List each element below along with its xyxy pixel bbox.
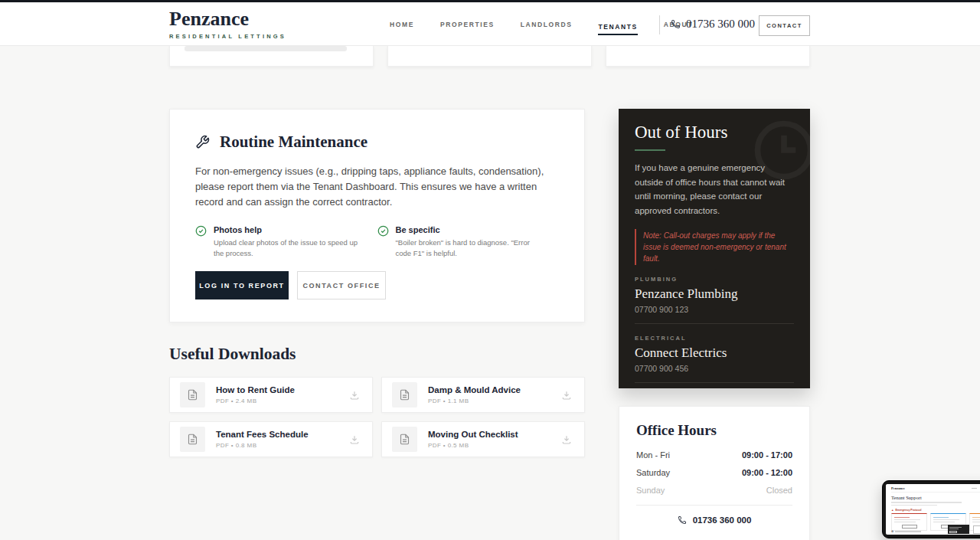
downloads-grid: How to Rent Guide PDF • 2.4 MB Damp & Mo…: [169, 377, 585, 457]
tip-title: Photos help: [214, 225, 363, 234]
header-phone-link[interactable]: 01736 360 000: [671, 2, 755, 46]
check-circle-icon: [377, 225, 389, 237]
contractor-divider: [635, 382, 794, 383]
nav-item-properties[interactable]: PROPERTIES: [440, 16, 495, 33]
out-of-hours-panel: Out of Hours If you have a genuine emerg…: [619, 109, 810, 388]
mini-cookie-banner: [948, 525, 969, 534]
nav-item-landlords[interactable]: LANDLORDS: [521, 16, 573, 33]
cutoff-card-3: [606, 45, 810, 67]
download-card-how-to-rent[interactable]: How to Rent Guide PDF • 2.4 MB: [169, 377, 373, 413]
download-name: Moving Out Checklist: [428, 430, 518, 439]
document-icon: [180, 382, 205, 407]
contractor-divider: [635, 323, 794, 324]
out-of-hours-title: Out of Hours: [635, 123, 794, 142]
contractor-phone: 07700 900 123: [635, 305, 794, 314]
mini-page-title: Tenant Support: [891, 495, 980, 500]
tip-title: Be specific: [396, 225, 545, 234]
download-card-tenant-fees[interactable]: Tenant Fees Schedule PDF • 0.8 MB: [169, 421, 373, 457]
brand-tagline: RESIDENTIAL LETTINGS: [169, 33, 286, 40]
routine-maintenance-title: Routine Maintenance: [220, 133, 368, 152]
contractor-category: ELECTRICAL: [635, 335, 794, 342]
document-icon: [392, 382, 417, 407]
title-underline-accent: [635, 149, 665, 151]
contractor-category: PLUMBING: [635, 276, 794, 283]
tip-photos-help: Photos help Upload clear photos of the i…: [195, 225, 377, 259]
check-circle-icon: [195, 225, 207, 237]
mini-text-line: [891, 505, 937, 506]
wrench-icon: [195, 135, 210, 149]
mini-brand-name: Penzance: [891, 486, 905, 490]
useful-downloads-title: Useful Downloads: [169, 345, 296, 364]
office-time: 09:00 - 12:00: [742, 468, 792, 477]
contractor-plumbing: PLUMBING Penzance Plumbing 07700 900 123: [635, 276, 794, 324]
mini-site-header: Penzance: [891, 486, 980, 493]
download-icon[interactable]: [561, 390, 572, 401]
download-name: Damp & Mould Advice: [428, 385, 521, 394]
document-icon: [392, 427, 417, 452]
header-phone-number: 01736 360 000: [686, 18, 755, 31]
page-top-strip: [0, 0, 980, 2]
callout-charges-note: Note: Call-out charges may apply if the …: [635, 229, 794, 265]
office-time: Closed: [766, 486, 792, 495]
mini-card-red: [891, 513, 927, 531]
contact-button[interactable]: CONTACT: [759, 15, 810, 36]
brand-logo[interactable]: Penzance RESIDENTIAL LETTINGS: [169, 8, 286, 40]
contact-office-button[interactable]: CONTACT OFFICE: [297, 271, 386, 299]
phone-icon: [678, 515, 687, 525]
download-meta: PDF • 2.4 MB: [216, 398, 295, 404]
download-icon[interactable]: [349, 434, 360, 445]
brand-name: Penzance: [169, 8, 286, 31]
maintenance-tips: Photos help Upload clear photos of the i…: [195, 225, 559, 259]
routine-maintenance-card: Routine Maintenance For non-emergency is…: [169, 109, 585, 322]
contractor-phone: 07700 900 456: [635, 364, 794, 373]
tip-be-specific: Be specific "Boiler broken" is hard to d…: [377, 225, 560, 259]
site-header: Penzance RESIDENTIAL LETTINGS HOME PROPE…: [0, 2, 980, 46]
mini-section-label: ▲ Emergency Protocol: [891, 509, 980, 512]
office-day: Sunday: [636, 486, 665, 495]
office-hours-title: Office Hours: [636, 422, 792, 439]
office-divider: [636, 505, 792, 506]
document-icon: [180, 427, 205, 452]
mini-section-text: Emergency Protocol: [895, 509, 921, 512]
mini-text-line: [891, 502, 962, 503]
download-card-damp-mould[interactable]: Damp & Mould Advice PDF • 1.1 MB: [381, 377, 585, 413]
main-nav: HOME PROPERTIES LANDLORDS TENANTS ABOUT: [390, 2, 693, 46]
download-meta: PDF • 1.1 MB: [428, 398, 521, 404]
office-day: Saturday: [636, 468, 670, 477]
download-name: How to Rent Guide: [216, 385, 295, 394]
download-icon[interactable]: [561, 434, 572, 445]
download-meta: PDF • 0.5 MB: [428, 442, 518, 449]
tip-description: "Boiler broken" is hard to diagnose. "Er…: [396, 237, 545, 259]
contractor-electrical: ELECTRICAL Connect Electrics 07700 900 4…: [635, 335, 794, 383]
mini-footer-text: ⚙: [891, 530, 921, 533]
cutoff-card-2: [387, 45, 592, 67]
office-day: Mon - Fri: [636, 450, 670, 460]
office-time: 09:00 - 17:00: [742, 450, 792, 460]
out-of-hours-body: If you have a genuine emergency outside …: [635, 161, 794, 218]
routine-maintenance-body: For non-emergency issues (e.g., dripping…: [195, 164, 564, 209]
office-hours-card: Office Hours Mon - Fri 09:00 - 17:00 Sat…: [619, 406, 810, 540]
office-hours-row-weekdays: Mon - Fri 09:00 - 17:00: [636, 450, 792, 460]
download-card-moving-out[interactable]: Moving Out Checklist PDF • 0.5 MB: [381, 421, 585, 457]
office-phone-link[interactable]: 01736 360 000: [636, 515, 792, 525]
office-phone-number: 01736 360 000: [693, 515, 752, 525]
office-hours-row-saturday: Saturday 09:00 - 12:00: [636, 468, 792, 477]
log-in-to-report-button[interactable]: LOG IN TO REPORT: [195, 271, 289, 299]
nav-item-tenants[interactable]: TENANTS: [598, 18, 637, 35]
download-name: Tenant Fees Schedule: [216, 430, 309, 439]
header-divider: [659, 15, 660, 34]
phone-icon: [671, 19, 681, 29]
laptop-screen: Penzance Tenant Support ▲ Emergency Prot…: [886, 484, 980, 535]
mini-alert-icon: ▲: [891, 509, 893, 512]
contractor-name: Penzance Plumbing: [635, 286, 794, 302]
tip-description: Upload clear photos of the issue to spee…: [214, 237, 363, 259]
laptop-mockup-image: Penzance Tenant Support ▲ Emergency Prot…: [882, 480, 980, 538]
contractor-name: Connect Electrics: [635, 345, 794, 361]
download-icon[interactable]: [349, 390, 360, 401]
mini-popup-box: [973, 525, 980, 534]
nav-item-home[interactable]: HOME: [390, 16, 414, 33]
mini-nav: [972, 486, 980, 490]
cutoff-card-content-remnant: [185, 46, 347, 51]
office-hours-row-sunday: Sunday Closed: [636, 486, 792, 495]
cutoff-card-1: [169, 45, 374, 67]
